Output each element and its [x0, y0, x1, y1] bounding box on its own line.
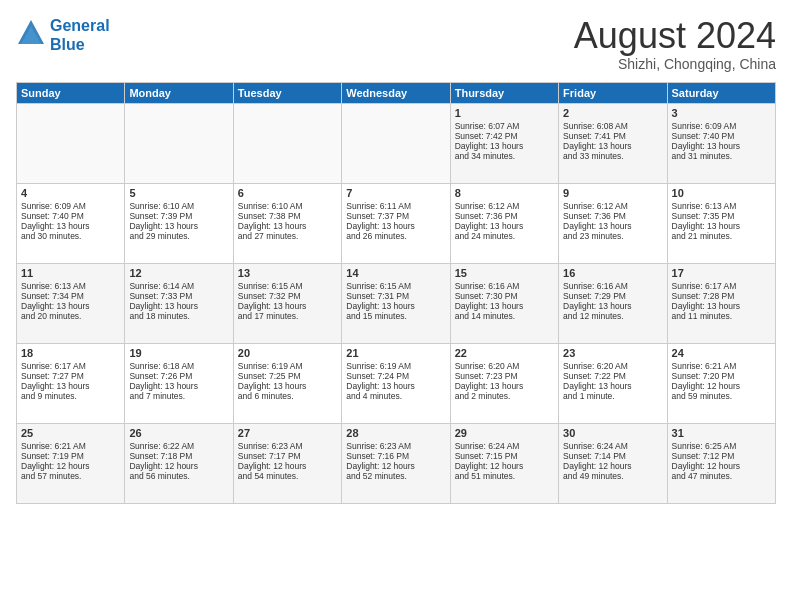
cell-text: Sunset: 7:31 PM	[346, 291, 445, 301]
cell-text: Sunrise: 6:10 AM	[129, 201, 228, 211]
cell-text: Sunset: 7:12 PM	[672, 451, 771, 461]
cell-text: Sunset: 7:33 PM	[129, 291, 228, 301]
cell-text: Sunrise: 6:12 AM	[455, 201, 554, 211]
cell-text: and 14 minutes.	[455, 311, 554, 321]
day-number: 14	[346, 267, 445, 279]
cell-week3-day1: 12Sunrise: 6:14 AMSunset: 7:33 PMDayligh…	[125, 263, 233, 343]
header-tuesday: Tuesday	[233, 82, 341, 103]
day-number: 30	[563, 427, 662, 439]
cell-text: Daylight: 13 hours	[455, 381, 554, 391]
cell-text: Daylight: 13 hours	[455, 221, 554, 231]
cell-text: Sunset: 7:20 PM	[672, 371, 771, 381]
cell-week2-day0: 4Sunrise: 6:09 AMSunset: 7:40 PMDaylight…	[17, 183, 125, 263]
cell-text: and 21 minutes.	[672, 231, 771, 241]
day-number: 6	[238, 187, 337, 199]
cell-text: Sunset: 7:32 PM	[238, 291, 337, 301]
cell-text: and 56 minutes.	[129, 471, 228, 481]
day-number: 23	[563, 347, 662, 359]
cell-week4-day0: 18Sunrise: 6:17 AMSunset: 7:27 PMDayligh…	[17, 343, 125, 423]
week-row-3: 11Sunrise: 6:13 AMSunset: 7:34 PMDayligh…	[17, 263, 776, 343]
cell-text: Daylight: 13 hours	[563, 221, 662, 231]
cell-text: and 57 minutes.	[21, 471, 120, 481]
cell-text: Sunset: 7:18 PM	[129, 451, 228, 461]
cell-text: Sunrise: 6:18 AM	[129, 361, 228, 371]
day-number: 18	[21, 347, 120, 359]
cell-text: Sunset: 7:14 PM	[563, 451, 662, 461]
cell-text: Sunrise: 6:16 AM	[563, 281, 662, 291]
cell-text: and 59 minutes.	[672, 391, 771, 401]
cell-text: Sunrise: 6:11 AM	[346, 201, 445, 211]
cell-text: Sunrise: 6:15 AM	[346, 281, 445, 291]
cell-text: and 31 minutes.	[672, 151, 771, 161]
cell-text: Daylight: 13 hours	[129, 301, 228, 311]
day-number: 28	[346, 427, 445, 439]
cell-text: Daylight: 13 hours	[21, 301, 120, 311]
cell-text: Sunrise: 6:16 AM	[455, 281, 554, 291]
cell-text: Sunrise: 6:24 AM	[563, 441, 662, 451]
week-row-2: 4Sunrise: 6:09 AMSunset: 7:40 PMDaylight…	[17, 183, 776, 263]
calendar-table: Sunday Monday Tuesday Wednesday Thursday…	[16, 82, 776, 504]
cell-text: Sunset: 7:28 PM	[672, 291, 771, 301]
cell-text: Daylight: 13 hours	[563, 301, 662, 311]
cell-text: Sunset: 7:40 PM	[21, 211, 120, 221]
cell-text: Sunset: 7:17 PM	[238, 451, 337, 461]
day-number: 11	[21, 267, 120, 279]
month-title: August 2024	[574, 16, 776, 56]
cell-week5-day1: 26Sunrise: 6:22 AMSunset: 7:18 PMDayligh…	[125, 423, 233, 503]
cell-text: Sunset: 7:19 PM	[21, 451, 120, 461]
cell-text: and 51 minutes.	[455, 471, 554, 481]
cell-week5-day5: 30Sunrise: 6:24 AMSunset: 7:14 PMDayligh…	[559, 423, 667, 503]
cell-week2-day2: 6Sunrise: 6:10 AMSunset: 7:38 PMDaylight…	[233, 183, 341, 263]
cell-text: and 4 minutes.	[346, 391, 445, 401]
cell-text: and 2 minutes.	[455, 391, 554, 401]
day-number: 24	[672, 347, 771, 359]
header-sunday: Sunday	[17, 82, 125, 103]
day-number: 3	[672, 107, 771, 119]
logo-text: General Blue	[50, 16, 110, 54]
cell-text: Daylight: 12 hours	[129, 461, 228, 471]
cell-text: and 9 minutes.	[21, 391, 120, 401]
subtitle: Shizhi, Chongqing, China	[574, 56, 776, 72]
cell-week2-day1: 5Sunrise: 6:10 AMSunset: 7:39 PMDaylight…	[125, 183, 233, 263]
cell-week3-day5: 16Sunrise: 6:16 AMSunset: 7:29 PMDayligh…	[559, 263, 667, 343]
day-number: 15	[455, 267, 554, 279]
cell-text: Daylight: 13 hours	[672, 301, 771, 311]
cell-text: Daylight: 13 hours	[563, 381, 662, 391]
cell-text: Sunset: 7:42 PM	[455, 131, 554, 141]
cell-text: Sunrise: 6:07 AM	[455, 121, 554, 131]
cell-text: and 29 minutes.	[129, 231, 228, 241]
cell-text: and 11 minutes.	[672, 311, 771, 321]
logo: General Blue	[16, 16, 110, 54]
cell-week4-day1: 19Sunrise: 6:18 AMSunset: 7:26 PMDayligh…	[125, 343, 233, 423]
week-row-4: 18Sunrise: 6:17 AMSunset: 7:27 PMDayligh…	[17, 343, 776, 423]
cell-text: and 15 minutes.	[346, 311, 445, 321]
day-number: 10	[672, 187, 771, 199]
cell-text: Daylight: 13 hours	[129, 381, 228, 391]
cell-text: Daylight: 12 hours	[563, 461, 662, 471]
cell-text: and 18 minutes.	[129, 311, 228, 321]
cell-text: Sunrise: 6:09 AM	[672, 121, 771, 131]
cell-text: and 1 minute.	[563, 391, 662, 401]
day-number: 26	[129, 427, 228, 439]
day-number: 16	[563, 267, 662, 279]
cell-text: Sunrise: 6:10 AM	[238, 201, 337, 211]
cell-text: and 26 minutes.	[346, 231, 445, 241]
cell-text: and 12 minutes.	[563, 311, 662, 321]
cell-text: Sunset: 7:24 PM	[346, 371, 445, 381]
cell-text: Daylight: 13 hours	[672, 141, 771, 151]
day-number: 8	[455, 187, 554, 199]
cell-text: Daylight: 12 hours	[346, 461, 445, 471]
cell-week1-day6: 3Sunrise: 6:09 AMSunset: 7:40 PMDaylight…	[667, 103, 775, 183]
cell-text: Daylight: 13 hours	[346, 381, 445, 391]
cell-text: Sunrise: 6:20 AM	[455, 361, 554, 371]
cell-text: and 6 minutes.	[238, 391, 337, 401]
day-number: 9	[563, 187, 662, 199]
day-number: 7	[346, 187, 445, 199]
cell-text: Sunrise: 6:19 AM	[346, 361, 445, 371]
day-number: 12	[129, 267, 228, 279]
header: General Blue August 2024 Shizhi, Chongqi…	[16, 16, 776, 72]
cell-week5-day4: 29Sunrise: 6:24 AMSunset: 7:15 PMDayligh…	[450, 423, 558, 503]
cell-text: and 54 minutes.	[238, 471, 337, 481]
cell-week2-day3: 7Sunrise: 6:11 AMSunset: 7:37 PMDaylight…	[342, 183, 450, 263]
day-number: 1	[455, 107, 554, 119]
